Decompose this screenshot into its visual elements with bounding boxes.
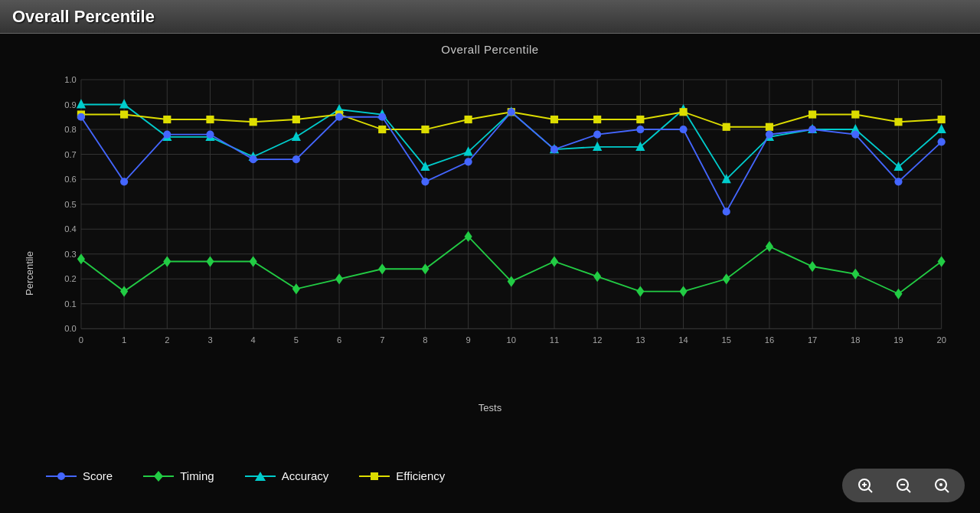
svg-point-145 <box>808 126 816 133</box>
legend-label-accuracy: Accuracy <box>282 469 329 482</box>
svg-text:9: 9 <box>466 335 471 345</box>
svg-point-137 <box>465 158 472 165</box>
zoom-reset-button[interactable] <box>929 473 954 498</box>
legend-item-timing: Timing <box>143 469 214 482</box>
svg-rect-125 <box>851 110 859 118</box>
svg-rect-111 <box>250 118 257 126</box>
svg-rect-118 <box>550 116 558 123</box>
page-title: Overall Percentile <box>12 7 155 27</box>
svg-point-147 <box>894 178 902 185</box>
svg-text:0.1: 0.1 <box>64 299 77 309</box>
svg-text:0.9: 0.9 <box>64 100 77 109</box>
svg-text:0.8: 0.8 <box>64 125 77 134</box>
svg-text:0: 0 <box>79 335 83 345</box>
svg-text:0.5: 0.5 <box>64 200 77 209</box>
svg-text:13: 13 <box>635 335 645 345</box>
svg-text:1.0: 1.0 <box>64 75 77 84</box>
legend-item-efficiency: Efficiency <box>359 469 445 482</box>
svg-text:2: 2 <box>165 335 169 345</box>
legend: ScoreTimingAccuracyEfficiency <box>46 469 445 482</box>
svg-rect-127 <box>938 116 946 123</box>
svg-text:14: 14 <box>678 335 688 345</box>
svg-text:19: 19 <box>893 335 903 345</box>
y-axis-label: Percentile <box>24 251 35 296</box>
svg-point-141 <box>636 126 644 133</box>
svg-point-148 <box>938 138 946 145</box>
svg-text:5: 5 <box>294 335 299 345</box>
svg-rect-119 <box>593 116 601 123</box>
svg-point-144 <box>766 130 773 138</box>
svg-point-165 <box>939 483 942 486</box>
svg-marker-152 <box>154 471 163 482</box>
svg-text:15: 15 <box>722 335 731 345</box>
svg-point-131 <box>206 130 214 138</box>
svg-text:0.6: 0.6 <box>64 175 77 184</box>
svg-text:16: 16 <box>765 335 774 345</box>
svg-point-143 <box>723 207 730 215</box>
legend-label-score: Score <box>83 469 113 482</box>
svg-rect-108 <box>120 110 128 118</box>
chart-svg: 0.00.10.20.30.40.50.60.70.80.91.00123456… <box>38 64 957 375</box>
svg-rect-156 <box>371 472 378 480</box>
svg-rect-126 <box>894 118 902 126</box>
chart-title: Overall Percentile <box>0 34 980 56</box>
svg-text:8: 8 <box>423 335 427 345</box>
legend-item-accuracy: Accuracy <box>245 469 329 482</box>
svg-point-135 <box>378 113 386 121</box>
svg-point-134 <box>335 113 343 121</box>
svg-rect-114 <box>378 126 386 133</box>
zoom-in-button[interactable] <box>853 473 877 498</box>
svg-text:4: 4 <box>251 335 256 345</box>
svg-text:10: 10 <box>507 335 516 345</box>
zoom-controls <box>842 469 965 502</box>
svg-text:17: 17 <box>808 335 817 345</box>
svg-line-166 <box>946 489 949 493</box>
svg-rect-116 <box>465 116 472 123</box>
svg-point-129 <box>120 178 128 185</box>
svg-rect-123 <box>766 123 773 131</box>
svg-rect-112 <box>292 116 300 123</box>
svg-line-160 <box>869 489 873 493</box>
svg-rect-115 <box>421 126 429 133</box>
svg-text:11: 11 <box>550 335 559 345</box>
svg-point-138 <box>508 108 515 116</box>
svg-text:12: 12 <box>593 335 602 345</box>
legend-label-timing: Timing <box>180 469 214 482</box>
svg-point-139 <box>550 145 558 153</box>
svg-text:3: 3 <box>207 335 212 345</box>
svg-rect-109 <box>163 116 171 123</box>
svg-rect-120 <box>636 116 644 123</box>
svg-text:18: 18 <box>851 335 860 345</box>
svg-point-132 <box>250 155 257 163</box>
svg-text:0.3: 0.3 <box>64 250 77 259</box>
svg-text:7: 7 <box>380 335 384 345</box>
svg-text:0.0: 0.0 <box>64 324 77 333</box>
svg-point-146 <box>851 130 859 138</box>
svg-rect-110 <box>206 116 214 123</box>
svg-point-142 <box>679 126 687 133</box>
svg-point-128 <box>77 113 85 121</box>
legend-item-score: Score <box>46 469 113 482</box>
svg-point-136 <box>421 178 429 185</box>
svg-point-140 <box>593 130 601 138</box>
svg-text:0.4: 0.4 <box>64 224 77 234</box>
svg-point-133 <box>292 155 300 163</box>
zoom-out-button[interactable] <box>891 473 916 498</box>
svg-text:1: 1 <box>122 335 126 345</box>
svg-rect-124 <box>808 110 816 118</box>
svg-text:20: 20 <box>936 335 946 345</box>
svg-point-150 <box>57 472 65 480</box>
svg-text:0.7: 0.7 <box>64 150 77 159</box>
svg-rect-121 <box>679 108 687 116</box>
svg-text:0.2: 0.2 <box>64 274 77 283</box>
svg-rect-122 <box>723 123 730 131</box>
svg-line-163 <box>907 489 911 493</box>
x-axis-label: Tests <box>479 402 501 413</box>
legend-label-efficiency: Efficiency <box>396 469 445 482</box>
svg-point-130 <box>163 130 171 138</box>
svg-text:6: 6 <box>337 335 341 345</box>
